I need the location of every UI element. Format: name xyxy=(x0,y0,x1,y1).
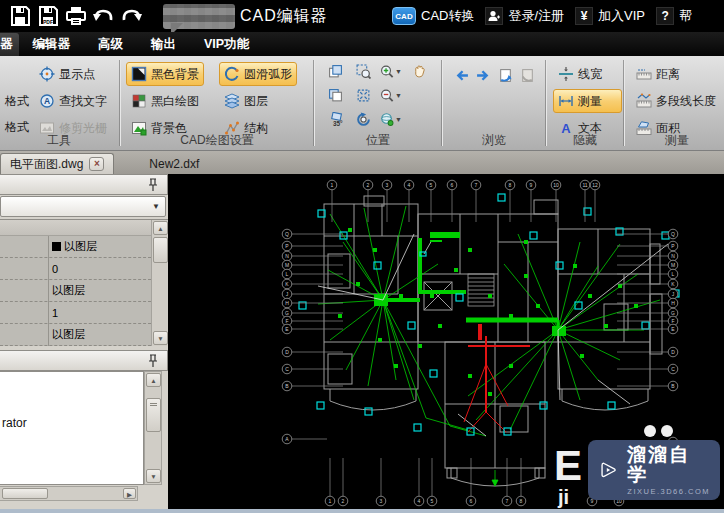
dropdown-arrow: ▼ xyxy=(395,92,402,99)
zoom-previous-button[interactable] xyxy=(352,108,374,130)
pin-icon[interactable] xyxy=(147,178,159,192)
scroll-thumb[interactable] xyxy=(146,398,161,432)
tab-close-icon[interactable]: × xyxy=(89,157,104,171)
drawing-canvas[interactable]: 12345678910111212345678910QPNMLKJHGFEDCB… xyxy=(168,174,724,509)
command-output-area[interactable]: rator xyxy=(0,371,144,485)
property-row-lineweight[interactable]: 以图层 xyxy=(0,324,151,346)
browse-forward-button[interactable] xyxy=(474,64,492,86)
svg-text:A: A xyxy=(44,96,50,106)
view-previous-button[interactable] xyxy=(324,84,346,106)
svg-text:C: C xyxy=(671,366,675,372)
show-points-button[interactable]: 显示点 xyxy=(34,62,112,86)
scroll-right-icon[interactable]: ▶ xyxy=(123,488,136,499)
zoom-in-button[interactable]: ▼ xyxy=(380,60,402,82)
menu-tab-output[interactable]: 输出 xyxy=(137,33,190,56)
svg-text:1: 1 xyxy=(329,498,332,504)
devices-green xyxy=(338,228,638,396)
polyline-length-label: 多段线长度 xyxy=(656,93,716,110)
join-vip-label: 加入VIP xyxy=(598,7,645,25)
property-row-layer[interactable]: 0 xyxy=(0,258,151,280)
cad-convert-label: CAD转换 xyxy=(421,7,474,25)
find-text-button[interactable]: A 查找文字 xyxy=(34,89,112,113)
help-button[interactable]: ? 帮 xyxy=(656,7,692,25)
scroll-down-icon[interactable]: ▼ xyxy=(153,331,168,345)
window-bottom-edge xyxy=(0,509,724,513)
measure-toggle-button[interactable]: 测量 xyxy=(553,89,622,113)
redo-icon[interactable] xyxy=(120,5,142,27)
zoom-out-button[interactable]: ▼ xyxy=(380,84,402,106)
scroll-down-icon[interactable]: ▼ xyxy=(146,469,161,483)
zoom-extents-button[interactable] xyxy=(352,84,374,106)
properties-panel-header xyxy=(0,174,168,195)
svg-text:1: 1 xyxy=(331,182,334,188)
pin-icon[interactable] xyxy=(147,354,159,368)
svg-text:2: 2 xyxy=(342,498,345,504)
copy-view-button[interactable] xyxy=(324,60,346,82)
command-scrollbar[interactable]: ▲ ▼ xyxy=(144,371,162,485)
green-annotation-text xyxy=(430,232,460,242)
property-row-scale[interactable]: 1 xyxy=(0,302,151,324)
menu-tab-viewer-partial[interactable]: 器 xyxy=(0,33,19,56)
title-bar-actions: CAD CAD转换 登录/注册 ¥ 加入VIP ? 帮 xyxy=(392,0,724,32)
page-redo-icon xyxy=(520,68,535,83)
distance-button[interactable]: 距离 xyxy=(631,62,724,86)
save-pdf-icon[interactable]: PDF xyxy=(37,5,59,27)
menu-tab-vip[interactable]: VIP功能 xyxy=(190,33,263,56)
tab-dxf[interactable]: New2.dxf xyxy=(140,153,208,174)
print-icon[interactable] xyxy=(65,5,87,27)
property-grid[interactable]: 以图层 0 以图层 1 以图层 ▲ ▼ xyxy=(0,219,168,346)
command-hscrollbar[interactable]: ▶ xyxy=(0,486,138,501)
property-value: 以图层 xyxy=(64,239,97,254)
smooth-arc-button[interactable]: 圆滑弧形 xyxy=(219,62,297,86)
join-vip-button[interactable]: ¥ 加入VIP xyxy=(575,7,645,25)
polyline-length-button[interactable]: 多段线长度 xyxy=(631,89,724,113)
svg-text:6: 6 xyxy=(451,182,454,188)
menu-tab-advanced[interactable]: 高级 xyxy=(84,33,137,56)
svg-text:12: 12 xyxy=(592,182,598,188)
scroll-up-icon[interactable]: ▲ xyxy=(153,221,168,235)
browse-back-button[interactable] xyxy=(452,64,470,86)
scroll-thumb[interactable] xyxy=(2,488,48,499)
layer-combobox[interactable]: ▼ xyxy=(0,196,166,217)
property-row-linetype[interactable]: 以图层 xyxy=(0,280,151,302)
ribbon-group-position: ▼ xyxy=(316,56,440,150)
svg-text:N: N xyxy=(285,253,289,259)
login-register-button[interactable]: 登录/注册 xyxy=(485,7,564,25)
login-register-label: 登录/注册 xyxy=(508,7,564,25)
black-background-label: 黑色背景 xyxy=(151,66,199,83)
svg-text:Q: Q xyxy=(285,231,289,237)
rotate-view-button[interactable]: 35° xyxy=(324,108,346,130)
ribbon-divider xyxy=(441,60,443,146)
watermark-card: 溜溜自学 ZIXUE.3D66.COM xyxy=(588,440,720,500)
group-label-browse: 浏览 xyxy=(444,132,544,149)
save-icon[interactable] xyxy=(9,5,31,27)
layers-button[interactable]: 图层 xyxy=(219,89,297,113)
property-grid-scrollbar[interactable]: ▲ ▼ xyxy=(151,220,168,346)
tab-dwg-label: 电平面图.dwg xyxy=(10,156,83,173)
svg-text:5: 5 xyxy=(431,498,434,504)
black-background-button[interactable]: 黑色背景 xyxy=(126,62,204,86)
play-logo-icon xyxy=(598,455,618,485)
svg-text:2: 2 xyxy=(367,182,370,188)
render-mode-button[interactable]: ▼ xyxy=(380,108,402,130)
page-redo-button[interactable] xyxy=(518,64,536,86)
line-width-button[interactable]: 线宽 xyxy=(553,62,622,86)
zoom-window-button[interactable] xyxy=(352,60,374,82)
rotate-35-icon: 35° xyxy=(328,112,343,127)
menu-tab-editor[interactable]: 编辑器 xyxy=(19,33,85,56)
scroll-thumb[interactable] xyxy=(153,237,168,263)
page-undo-button[interactable] xyxy=(496,64,514,86)
bw-drawing-button[interactable]: 黑白绘图 xyxy=(126,89,204,113)
undo-icon[interactable] xyxy=(93,5,115,27)
pages-icon xyxy=(328,64,343,79)
format-button-1[interactable]: 格式 xyxy=(0,89,34,113)
yen-icon: ¥ xyxy=(575,7,593,25)
property-row-color[interactable]: 以图层 xyxy=(0,236,151,258)
tab-dwg-active[interactable]: 电平面图.dwg × xyxy=(0,153,114,174)
distance-label: 距离 xyxy=(656,66,680,83)
cad-convert-button[interactable]: CAD CAD转换 xyxy=(392,7,474,25)
circuit-lines-red xyxy=(464,324,530,432)
pan-button[interactable] xyxy=(408,60,430,82)
scroll-up-icon[interactable]: ▲ xyxy=(146,373,161,387)
dropdown-arrow: ▼ xyxy=(395,68,402,75)
